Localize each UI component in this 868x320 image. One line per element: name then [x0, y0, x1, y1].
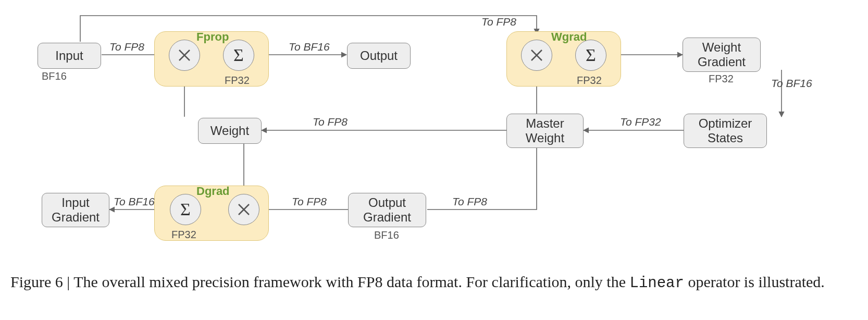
op-fprop-accum-dtype: FP32 [225, 75, 250, 87]
dtype-weight-gradient: FP32 [709, 73, 734, 85]
node-input-gradient: Input Gradient [42, 193, 109, 227]
label-master-weight: To FP8 [313, 116, 348, 128]
label-input-fprop: To FP8 [109, 41, 144, 53]
node-weight: Weight [198, 118, 262, 144]
op-dgrad-accum-dtype: FP32 [171, 229, 196, 241]
node-weight-gradient: Weight Gradient [683, 38, 761, 72]
op-fprop-title: Fprop [196, 30, 229, 44]
dtype-output-gradient: BF16 [374, 229, 399, 241]
node-output-gradient: Output Gradient [348, 193, 426, 227]
dgrad-sum-icon: Σ [170, 194, 201, 225]
dtype-input: BF16 [42, 70, 67, 82]
label-input-wgrad: To FP8 [481, 16, 516, 28]
caption-code: Linear [630, 275, 684, 292]
label-opt-master: To FP32 [620, 116, 661, 128]
label-fprop-output: To BF16 [289, 41, 330, 53]
figure-caption: Figure 6 | The overall mixed precision f… [10, 271, 852, 294]
label-dgrad-ingrad: To BF16 [114, 195, 155, 208]
wgrad-multiply-icon [521, 40, 552, 71]
fprop-sum-icon: Σ [223, 40, 254, 71]
caption-suffix: operator is illustrated. [684, 273, 825, 290]
caption-prefix: Figure 6 | The overall mixed precision f… [10, 273, 630, 290]
node-master-weight: Master Weight [506, 114, 584, 148]
op-wgrad-title: Wgrad [551, 30, 587, 44]
node-optimizer-states: Optimizer States [684, 114, 767, 148]
label-outgrad-dgrad: To FP8 [292, 195, 327, 208]
fprop-multiply-icon [169, 40, 200, 71]
dgrad-multiply-icon [228, 194, 259, 225]
op-dgrad-title: Dgrad [196, 184, 230, 198]
node-input: Input [38, 43, 101, 69]
wgrad-sum-icon: Σ [575, 40, 606, 71]
label-outgrad-wgrad: To FP8 [452, 195, 487, 208]
diagram-stage: Fprop FP32 Wgrad FP32 Dgrad FP32 Σ Σ Σ I… [0, 0, 868, 320]
node-output: Output [347, 43, 411, 69]
edge-input-wgrad [80, 16, 537, 42]
op-wgrad-accum-dtype: FP32 [577, 75, 602, 87]
label-weightgrad-opt: To BF16 [771, 77, 812, 90]
